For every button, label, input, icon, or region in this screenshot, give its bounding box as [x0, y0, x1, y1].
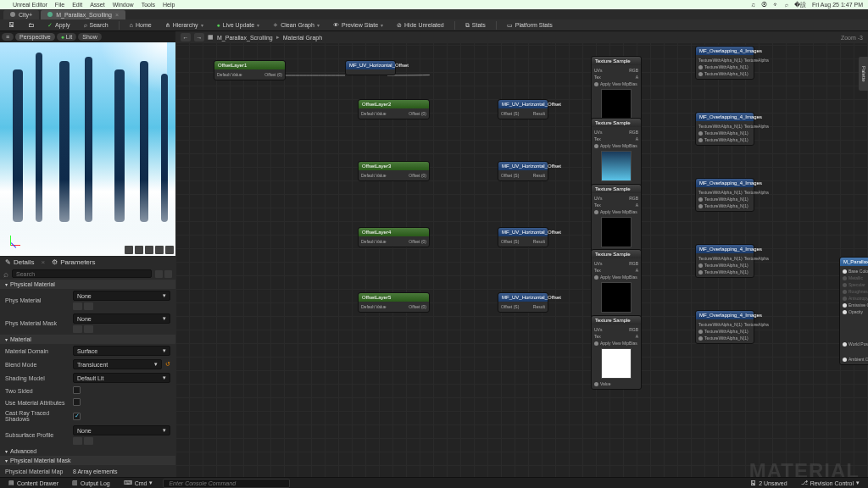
tab-material[interactable]: M_Parallax_Scrolling × — [41, 10, 125, 19]
dropdown-shading-model[interactable]: Default Lit▾ — [73, 373, 170, 383]
asset-btn[interactable] — [73, 437, 82, 445]
cmd-label[interactable]: ⌨Cmd ▾ — [120, 479, 157, 487]
node-overlap-5[interactable]: MF_Overlapping_4_Images TextureWithAlpha… — [695, 310, 754, 344]
asset-btn[interactable] — [84, 325, 93, 333]
gear-icon[interactable] — [164, 270, 172, 278]
node-offset-layer-5[interactable]: OffsetLayer5 Default ValueOffset (0) — [358, 292, 430, 313]
node-texture-sample-5[interactable]: Texture Sample UVsRGB TexA Apply View Mi… — [591, 315, 642, 390]
node-texture-sample-2[interactable]: Texture Sample UVsRGB TexA Apply View Mi… — [591, 118, 642, 192]
save-button[interactable]: 🖫 — [5, 21, 18, 29]
menu-tools[interactable]: Tools — [142, 2, 155, 8]
asset-btn[interactable] — [84, 302, 93, 310]
record-icon[interactable]: ⦿ — [761, 2, 767, 8]
home-button[interactable]: ⌂Home — [126, 21, 155, 29]
node-offset-layer-1[interactable]: OffsetLayer1 Default ValueOffset (0) — [214, 60, 286, 80]
menu-edit[interactable]: Edit — [72, 2, 82, 8]
preview-viewport[interactable] — [0, 42, 175, 256]
preview-state-button[interactable]: 👁Preview State▾ — [330, 21, 387, 29]
section-material[interactable]: Material — [0, 335, 175, 344]
node-header: M_Parallax_Scrolling — [840, 258, 868, 266]
menu-file[interactable]: File — [55, 2, 64, 8]
dropdown-material-domain[interactable]: Surface▾ — [73, 346, 170, 356]
tab-details[interactable]: ✎Details — [5, 258, 34, 266]
viewport-shape-icon[interactable] — [135, 246, 143, 254]
dropdown-subsurface[interactable]: None▾ — [73, 425, 170, 435]
dropdown-blend-mode[interactable]: Translucent▾ — [73, 359, 162, 369]
apply-button[interactable]: ✓Apply — [44, 21, 74, 30]
node-overlap-4[interactable]: MF_Overlapping_4_Images TextureWithAlpha… — [695, 244, 754, 278]
viewport-menu-button[interactable]: ≡ — [2, 33, 14, 41]
viewport-shape-icon[interactable] — [165, 246, 174, 254]
search-icon[interactable]: ⌕ — [785, 2, 788, 8]
hide-unrelated-button[interactable]: ⊘Hide Unrelated — [393, 21, 448, 30]
node-overlap-3[interactable]: MF_Overlapping_4_Images TextureWithAlpha… — [695, 178, 754, 212]
perspective-button[interactable]: Perspective — [15, 33, 55, 41]
node-mf-uv-4[interactable]: MF_UV_Horizontal_Offset Offset (S)Result — [498, 227, 548, 247]
menu-asset[interactable]: Asset — [90, 2, 105, 8]
floppy-icon: 🖫 — [8, 22, 14, 28]
control-center-icon[interactable]: �設 — [794, 1, 806, 9]
node-overlap-2[interactable]: MF_Overlapping_4_Images TextureWithAlpha… — [695, 112, 754, 146]
section-physical-material[interactable]: Physical Material — [0, 280, 175, 289]
palette-tab[interactable]: Palette — [859, 57, 868, 91]
app-name[interactable]: Unreal Editor — [13, 2, 47, 8]
node-mf-uv-3[interactable]: MF_UV_Horizontal_Offset Offset (S)Result — [498, 161, 548, 181]
node-mf-uv-2[interactable]: MF_UV_Horizontal_Offset Offset (S)Result — [498, 99, 548, 119]
browse-button[interactable]: 🗀 — [25, 21, 37, 29]
wifi-icon[interactable]: ᯤ — [773, 2, 779, 8]
reset-icon[interactable]: ↺ — [165, 361, 170, 368]
tab-close[interactable]: × — [41, 258, 45, 266]
node-texture-sample-4[interactable]: Texture Sample UVsRGB TexA Apply View Mi… — [591, 249, 642, 324]
breadcrumb-item[interactable]: Material Graph — [283, 35, 322, 41]
output-log-button[interactable]: ▥Output Log — [69, 479, 114, 487]
stats-button[interactable]: ⧉Stats — [462, 21, 489, 30]
search-button[interactable]: ⌕Search — [81, 21, 112, 29]
node-material-output[interactable]: M_Parallax_Scrolling Base Color Metallic… — [839, 257, 868, 365]
dropdown-phys-material[interactable]: None▾ — [73, 291, 170, 301]
material-graph[interactable]: ← → ▦ M_Parallax_Scrolling ▸ Material Gr… — [175, 31, 868, 488]
details-body[interactable]: Physical Material Phys Material None▾ Ph… — [0, 280, 175, 488]
checkbox-cast-ray-traced[interactable] — [73, 413, 81, 420]
lit-button[interactable]: ● Lit — [57, 33, 77, 41]
viewport-shape-icon[interactable] — [125, 246, 133, 254]
node-mf-uv-5[interactable]: MF_UV_Horizontal_Offset Offset (S)Result — [498, 292, 548, 313]
node-overlap-1[interactable]: MF_Overlapping_4_Images TextureWithAlpha… — [695, 46, 754, 80]
filter-icon[interactable] — [155, 270, 163, 278]
viewport-shape-icon[interactable] — [155, 246, 164, 254]
nav-back-button[interactable]: ← — [181, 33, 191, 42]
dropdown-phys-material-mask[interactable]: None▾ — [73, 313, 170, 324]
section-physical-material-mask[interactable]: Physical Material Mask — [0, 456, 175, 465]
asset-btn[interactable] — [73, 325, 82, 333]
clean-graph-button[interactable]: ✧Clean Graph▾ — [270, 21, 323, 30]
unsaved-indicator[interactable]: 🖫2 Unsaved — [747, 479, 790, 487]
menu-help[interactable]: Help — [163, 2, 175, 8]
checkbox-two-sided[interactable] — [73, 386, 81, 394]
tab-parameters[interactable]: ⚙Parameters — [52, 258, 95, 266]
nav-fwd-button[interactable]: → — [194, 33, 204, 42]
revision-control-button[interactable]: ⎇Revision Control ▾ — [798, 479, 863, 487]
axis-gizmo[interactable] — [7, 232, 24, 249]
tab-level[interactable]: City+ — [3, 10, 39, 19]
search-input[interactable] — [12, 269, 152, 278]
live-update-button[interactable]: ●Live Update▾ — [214, 21, 264, 29]
node-texture-sample-3[interactable]: Texture Sample UVsRGB TexA Apply View Mi… — [591, 184, 642, 258]
breadcrumb-item[interactable]: M_Parallax_Scrolling — [217, 35, 273, 41]
close-icon[interactable]: × — [115, 12, 119, 18]
node-offset-layer-4[interactable]: OffsetLayer4 Default ValueOffset (0) — [358, 227, 430, 247]
node-mf-uv-1[interactable]: MF_UV_Horizontal_Offset — [345, 60, 396, 75]
node-offset-layer-3[interactable]: OffsetLayer3 Default ValueOffset (0) — [358, 161, 430, 181]
section-advanced[interactable]: Advanced — [0, 446, 175, 456]
menu-window[interactable]: Window — [113, 2, 134, 8]
headphones-icon[interactable]: ♫ — [751, 2, 755, 8]
show-button[interactable]: Show — [78, 33, 102, 41]
asset-btn[interactable] — [84, 437, 93, 445]
platform-stats-button[interactable]: ▭Platform Stats — [504, 21, 556, 30]
console-input[interactable] — [163, 479, 290, 488]
checkbox-use-material-attr[interactable] — [73, 398, 81, 406]
content-drawer-button[interactable]: ▤Content Drawer — [5, 479, 62, 487]
clock[interactable]: Fri Aug 25 1:47 PM — [812, 2, 863, 8]
viewport-shape-icon[interactable] — [145, 246, 153, 254]
asset-btn[interactable] — [73, 302, 82, 310]
node-offset-layer-2[interactable]: OffsetLayer2 Default ValueOffset (0) — [358, 99, 430, 119]
hierarchy-button[interactable]: ⋔Hierarchy▾ — [162, 21, 207, 30]
